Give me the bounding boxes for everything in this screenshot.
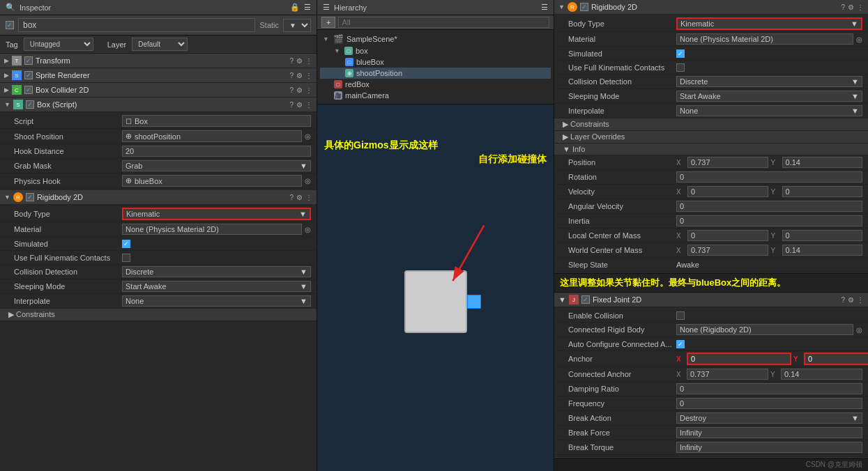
transform-component-header[interactable]: ▶ T ✓ Transform ? ⚙ ⋮ — [0, 54, 317, 68]
local-com-x-field[interactable] — [687, 230, 768, 241]
box-collider-header[interactable]: ▶ C ✓ Box Collider 2D ? ⚙ ⋮ — [0, 83, 317, 98]
connected-rb-target[interactable]: ◎ — [856, 326, 862, 334]
velocity-y-field[interactable] — [782, 186, 863, 197]
transform-help-icon[interactable]: ? — [289, 57, 294, 65]
body-type-dropdown-right[interactable]: Kinematic ▼ — [676, 17, 862, 30]
grab-mask-dropdown[interactable]: Grab ▼ — [122, 160, 311, 171]
simulated-checkbox-right[interactable]: ✓ — [676, 49, 685, 58]
static-dropdown[interactable]: ▼ — [283, 19, 311, 32]
anchor-x-field[interactable] — [687, 353, 791, 365]
rb-enabled[interactable]: ✓ — [26, 193, 34, 201]
material-field-left[interactable]: None (Physics Material 2D) — [122, 224, 302, 235]
joint-enabled[interactable]: ✓ — [581, 295, 590, 304]
tag-dropdown[interactable]: Untagged — [24, 38, 93, 51]
break-torque-field[interactable] — [676, 442, 862, 453]
rb-right-enabled[interactable]: ✓ — [580, 3, 588, 11]
collider-settings-icon[interactable]: ⚙ — [296, 86, 303, 94]
collider-menu-icon[interactable]: ⋮ — [305, 86, 312, 94]
rigidbody-header-left[interactable]: ▼ R ✓ Rigidbody 2D ? ⚙ ⋮ — [0, 190, 317, 205]
sprite-enabled[interactable]: ✓ — [24, 71, 33, 79]
hierarchy-search-input[interactable] — [338, 17, 549, 28]
rb-menu-icon[interactable]: ⋮ — [305, 194, 312, 201]
panel-lock-icon[interactable]: 🔒 — [290, 3, 300, 12]
position-x-field[interactable] — [687, 157, 768, 168]
sprite-settings-icon[interactable]: ⚙ — [296, 72, 303, 79]
hierarchy-menu-icon[interactable]: ☰ — [541, 3, 548, 12]
hierarchy-item-box[interactable]: ▼ □ box — [320, 45, 551, 56]
material-target-left[interactable]: ◎ — [305, 226, 311, 233]
rb-settings-icon[interactable]: ⚙ — [296, 194, 303, 201]
body-type-dropdown-left[interactable]: Kinematic ▼ — [122, 208, 311, 220]
sprite-help-icon[interactable]: ? — [289, 72, 294, 79]
collision-dropdown-right[interactable]: Discrete ▼ — [676, 76, 862, 87]
collider-help-icon[interactable]: ? — [289, 86, 294, 94]
material-field-right[interactable]: None (Physics Material 2D) — [676, 33, 853, 45]
connected-rb-field[interactable]: None (Rigidbody 2D) — [676, 324, 853, 335]
collider-enabled[interactable]: ✓ — [24, 86, 33, 94]
hierarchy-item-shootposition[interactable]: ⊕ shootPosition — [320, 68, 551, 79]
constraints-section-right[interactable]: ▶ Constraints — [554, 118, 868, 131]
layer-overrides-section[interactable]: ▶ Layer Overrides — [554, 131, 868, 144]
break-action-dropdown[interactable]: Destroy ▼ — [676, 412, 862, 424]
simulated-checkbox-left[interactable]: ✓ — [122, 240, 130, 248]
transform-enabled[interactable]: ✓ — [24, 56, 33, 65]
script-help-icon[interactable]: ? — [289, 101, 294, 109]
script-settings-icon[interactable]: ⚙ — [296, 101, 303, 109]
interpolate-dropdown-left[interactable]: None ▼ — [122, 295, 311, 307]
use-full-checkbox-right[interactable] — [676, 63, 685, 72]
hook-dist-field[interactable] — [122, 146, 311, 157]
script-menu-icon[interactable]: ⋮ — [305, 101, 312, 109]
position-y-field[interactable] — [782, 157, 863, 168]
script-enabled[interactable]: ✓ — [26, 100, 34, 109]
shoot-pos-target-icon[interactable]: ◎ — [305, 132, 311, 140]
world-com-x-field[interactable] — [687, 245, 768, 256]
material-target-right[interactable]: ◎ — [856, 36, 862, 43]
connected-anchor-x-field[interactable] — [687, 369, 768, 380]
use-full-checkbox-left[interactable] — [122, 254, 130, 262]
hierarchy-add-button[interactable]: + — [321, 17, 335, 28]
constraints-section-left[interactable]: ▶ Constraints — [0, 309, 317, 321]
rb-right-help[interactable]: ? — [841, 3, 845, 11]
panel-menu-icon[interactable]: ☰ — [304, 3, 311, 12]
break-force-field[interactable] — [676, 427, 862, 438]
connected-anchor-y-field[interactable] — [781, 369, 862, 380]
rotation-field[interactable] — [676, 171, 862, 183]
rigidbody-header-right[interactable]: ▼ R ✓ Rigidbody 2D ? ⚙ ⋮ — [554, 0, 868, 15]
enable-col-checkbox[interactable] — [676, 311, 685, 320]
local-com-y-field[interactable] — [782, 230, 863, 241]
object-enabled-checkbox[interactable]: ✓ — [6, 21, 14, 29]
sleeping-dropdown-right[interactable]: Start Awake ▼ — [676, 91, 862, 102]
sprite-renderer-header[interactable]: ▶ S ✓ Sprite Renderer ? ⚙ ⋮ — [0, 68, 317, 83]
inertia-field[interactable] — [676, 215, 862, 226]
world-com-y-field[interactable] — [782, 245, 863, 256]
auto-config-checkbox[interactable]: ✓ — [676, 340, 685, 348]
interpolate-dropdown-right[interactable]: None ▼ — [676, 105, 862, 116]
transform-settings-icon[interactable]: ⚙ — [296, 57, 303, 65]
transform-menu-icon[interactable]: ⋮ — [305, 57, 312, 65]
rb-help-icon[interactable]: ? — [289, 194, 294, 201]
rb-right-menu[interactable]: ⋮ — [857, 3, 864, 11]
hierarchy-item-redbox[interactable]: □ redBox — [320, 79, 551, 90]
anchor-y-field[interactable] — [804, 353, 868, 365]
damping-field[interactable] — [676, 383, 862, 394]
physics-hook-field[interactable]: ⊕ blueBox — [122, 175, 302, 187]
sleeping-dropdown-left[interactable]: Start Awake ▼ — [122, 281, 311, 292]
velocity-x-field[interactable] — [687, 186, 768, 197]
box-script-header[interactable]: ▼ S ✓ Box (Script) ? ⚙ ⋮ — [0, 98, 317, 112]
frequency-field[interactable] — [676, 398, 862, 409]
angular-vel-field[interactable] — [676, 201, 862, 212]
joint-settings-icon[interactable]: ⚙ — [848, 296, 854, 304]
hierarchy-item-samplescene[interactable]: ▼ 🎬 SampleScene* — [320, 33, 551, 45]
object-name-field[interactable] — [18, 18, 255, 32]
layer-dropdown[interactable]: Default — [132, 38, 188, 51]
physics-hook-target[interactable]: ◎ — [305, 177, 311, 185]
joint-menu-icon[interactable]: ⋮ — [857, 296, 864, 304]
shoot-pos-field[interactable]: ⊕ shootPosition — [122, 130, 302, 142]
info-section[interactable]: ▼ Info — [554, 144, 868, 155]
collision-dropdown-left[interactable]: Discrete ▼ — [122, 266, 311, 277]
fixed-joint-header[interactable]: ▼ J ✓ Fixed Joint 2D ? ⚙ ⋮ — [554, 293, 868, 307]
rb-right-settings[interactable]: ⚙ — [848, 3, 854, 11]
joint-help-icon[interactable]: ? — [841, 296, 845, 304]
hierarchy-item-maincamera[interactable]: 🎥 mainCamera — [320, 90, 551, 101]
script-ref-field[interactable]: ◻ Box — [122, 115, 311, 127]
